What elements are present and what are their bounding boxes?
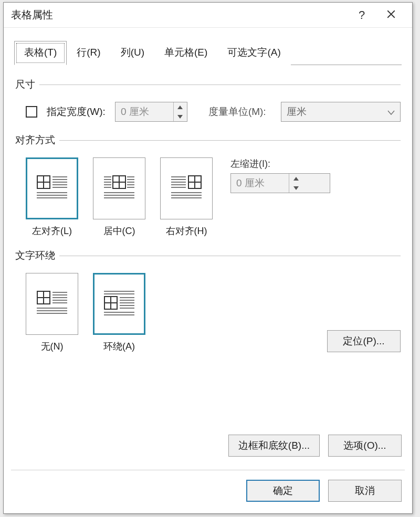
- borders-shading-button[interactable]: 边框和底纹(B)...: [228, 435, 320, 457]
- align-center-option[interactable]: [93, 157, 145, 219]
- indent-label: 左缩进(I):: [230, 157, 330, 170]
- align-left-option[interactable]: [26, 157, 78, 219]
- titlebar: 表格属性 ?: [4, 3, 412, 28]
- align-center-icon: [103, 175, 135, 202]
- group-wrap-legend: 文字环绕: [15, 249, 59, 262]
- wrap-none-label: 无(N): [41, 340, 64, 353]
- unit-combo-value: 厘米: [287, 105, 307, 119]
- wrap-none-icon: [36, 291, 68, 317]
- main-button-row: 确定 取消: [246, 480, 402, 502]
- secondary-button-row: 边框和底纹(B)... 选项(O)...: [228, 435, 402, 457]
- specify-width-label: 指定宽度(W):: [47, 105, 106, 119]
- align-right-option[interactable]: [160, 157, 213, 219]
- dialog-separator: [11, 470, 405, 470]
- position-button[interactable]: 定位(P)...: [327, 330, 401, 352]
- specify-width-checkbox[interactable]: [26, 106, 37, 118]
- group-size: 尺寸 指定宽度(W): 度量单位(M): 厘米: [15, 78, 401, 122]
- indent-spin-down[interactable]: [289, 183, 302, 193]
- help-button[interactable]: ?: [347, 3, 376, 28]
- chevron-down-icon: [387, 106, 395, 118]
- group-alignment: 对齐方式 左对齐(L): [15, 133, 401, 237]
- tab-content: 尺寸 指定宽度(W): 度量单位(M): 厘米: [4, 65, 412, 353]
- width-spin-up[interactable]: [174, 102, 187, 112]
- tab-row[interactable]: 行(R): [67, 41, 110, 65]
- help-icon: ?: [359, 8, 365, 22]
- indent-input[interactable]: [231, 174, 289, 193]
- wrap-around-option[interactable]: [93, 273, 145, 335]
- width-spin-down[interactable]: [174, 112, 187, 121]
- align-right-label: 右对齐(H): [166, 225, 207, 237]
- indent-spin-up[interactable]: [289, 174, 302, 183]
- align-left-icon: [36, 175, 68, 202]
- dialog-title: 表格属性: [11, 8, 53, 22]
- close-button[interactable]: [376, 3, 406, 28]
- tab-cell[interactable]: 单元格(E): [154, 41, 217, 65]
- cancel-button[interactable]: 取消: [328, 480, 402, 502]
- group-size-legend: 尺寸: [15, 78, 39, 91]
- wrap-around-label: 环绕(A): [103, 340, 135, 353]
- tab-bar: 表格(T) 行(R) 列(U) 单元格(E) 可选文字(A): [14, 40, 402, 65]
- close-icon: [386, 8, 396, 22]
- align-right-icon: [170, 175, 203, 202]
- wrap-around-icon: [103, 291, 135, 317]
- wrap-none-option[interactable]: [26, 273, 78, 335]
- indent-spinner[interactable]: [230, 173, 330, 193]
- tab-table[interactable]: 表格(T): [14, 41, 67, 65]
- unit-label: 度量单位(M):: [208, 105, 266, 119]
- group-alignment-legend: 对齐方式: [15, 133, 59, 147]
- align-center-label: 居中(C): [103, 225, 135, 237]
- tab-alt-text[interactable]: 可选文字(A): [217, 41, 290, 65]
- options-button[interactable]: 选项(O)...: [328, 435, 402, 457]
- unit-combo[interactable]: 厘米: [281, 102, 401, 122]
- width-input[interactable]: [116, 102, 173, 121]
- ok-button[interactable]: 确定: [246, 480, 320, 502]
- tab-column[interactable]: 列(U): [111, 41, 154, 65]
- table-properties-dialog: 表格属性 ? 表格(T) 行(R) 列(U) 单元格(E) 可选文字(A) 尺寸…: [3, 2, 413, 514]
- align-left-label: 左对齐(L): [32, 225, 72, 237]
- width-spinner[interactable]: [115, 102, 187, 122]
